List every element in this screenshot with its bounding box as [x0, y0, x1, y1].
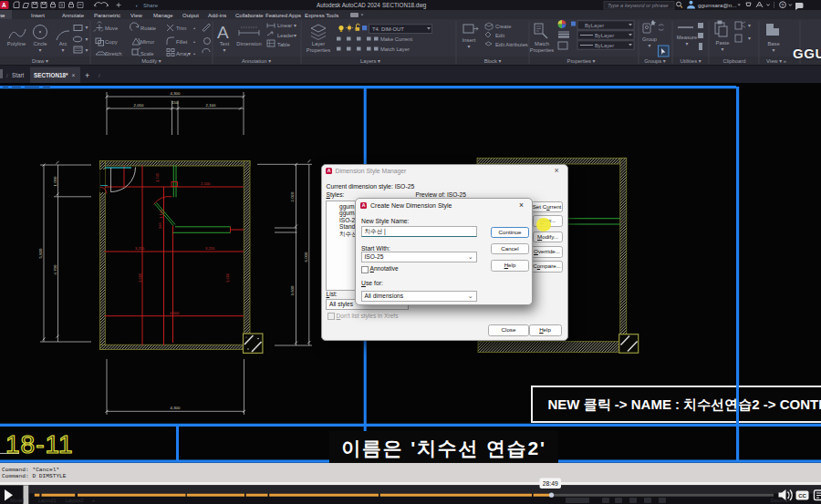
svg-text:▾: ▾ — [748, 36, 751, 41]
svg-text:Fillet: Fillet — [176, 39, 188, 45]
svg-text:SECTION18.dwg: SECTION18.dwg — [382, 2, 427, 9]
svg-text:Array: Array — [176, 51, 189, 57]
svg-text:▾: ▾ — [748, 23, 751, 28]
svg-text:5,800: 5,800 — [38, 248, 43, 258]
svg-text:▾: ▾ — [294, 23, 296, 28]
svg-text:Type a keyword or phrase: Type a keyword or phrase — [608, 3, 669, 8]
svg-text:Parametric: Parametric — [94, 13, 120, 18]
svg-text:Base: Base — [767, 41, 779, 46]
svg-text:▾: ▾ — [188, 51, 191, 57]
svg-text:3,255: 3,255 — [205, 246, 215, 251]
svg-text:Linear: Linear — [277, 23, 292, 28]
svg-text:Autodesk AutoCAD 2024: Autodesk AutoCAD 2024 — [317, 2, 380, 8]
svg-text:2,100: 2,100 — [206, 103, 216, 108]
svg-text:•: • — [193, 26, 195, 31]
svg-text:Manage: Manage — [153, 13, 173, 18]
svg-text:Groups ▾: Groups ▾ — [644, 58, 666, 64]
svg-text:ByLayer: ByLayer — [595, 33, 614, 38]
svg-text:Insert: Insert — [31, 13, 45, 18]
svg-text:Make Current: Make Current — [380, 36, 413, 42]
svg-text:Modify ▾: Modify ▾ — [141, 58, 161, 64]
svg-text:?: ? — [781, 3, 784, 8]
svg-text:2,020: 2,020 — [290, 191, 295, 201]
svg-text:Annotate: Annotate — [62, 13, 85, 18]
svg-text:Block ▾: Block ▾ — [484, 58, 502, 64]
svg-text:Decimal: Decimal — [771, 498, 789, 503]
svg-text:▾: ▾ — [86, 36, 88, 42]
svg-text:1,000: 1,000 — [53, 176, 57, 186]
svg-text:3,255: 3,255 — [135, 246, 145, 251]
svg-text:T4. DIM-OUT: T4. DIM-OUT — [372, 26, 404, 32]
svg-text:•: • — [193, 39, 195, 45]
svg-text:4,300: 4,300 — [171, 91, 181, 96]
svg-text:me: me — [0, 13, 5, 18]
svg-text:View ▾ »: View ▾ » — [766, 58, 786, 64]
svg-text:2,100: 2,100 — [201, 181, 211, 186]
svg-text:4,500: 4,500 — [170, 311, 180, 315]
svg-text:Measure: Measure — [677, 35, 698, 40]
svg-text:▾: ▾ — [39, 47, 42, 53]
svg-text:Utilities ▾: Utilities ▾ — [680, 58, 701, 64]
svg-text:Insert: Insert — [462, 37, 476, 43]
svg-text:▾: ▾ — [86, 47, 88, 53]
svg-text:Layers ▾: Layers ▾ — [360, 58, 380, 64]
svg-text:18-11: 18-11 — [5, 430, 74, 458]
svg-text:Add-ins: Add-ins — [208, 13, 226, 18]
svg-text:ByLayer: ByLayer — [585, 23, 604, 28]
svg-text:▾: ▾ — [686, 41, 689, 46]
svg-text:Trim: Trim — [176, 26, 187, 31]
svg-text:Paste: Paste — [716, 40, 730, 46]
svg-text:3,600: 3,600 — [290, 285, 295, 295]
svg-text:Clipboard: Clipboard — [723, 58, 746, 64]
svg-text:28:49: 28:49 — [543, 480, 558, 487]
svg-text:A: A — [217, 23, 229, 42]
svg-text:Start: Start — [12, 72, 25, 78]
svg-text:Arc: Arc — [59, 41, 68, 46]
svg-text:×: × — [72, 72, 76, 78]
svg-text:Mirror: Mirror — [140, 39, 154, 45]
svg-text:Draw ▾: Draw ▾ — [32, 58, 48, 64]
svg-text:+: + — [92, 498, 95, 503]
svg-text:4,700: 4,700 — [53, 264, 57, 274]
svg-text:▾: ▾ — [62, 47, 65, 53]
svg-text:Text: Text — [220, 41, 230, 46]
svg-text:Share: Share — [143, 3, 159, 8]
svg-text:▾: ▾ — [294, 33, 296, 38]
svg-text:Properties: Properties — [530, 47, 555, 53]
svg-text:Layout1: Layout1 — [38, 498, 57, 503]
svg-text:Create: Create — [495, 24, 511, 29]
svg-text:▾: ▾ — [86, 25, 88, 30]
svg-text:Layer: Layer — [312, 41, 326, 46]
svg-text:Match: Match — [535, 41, 549, 46]
svg-text:Layout2: Layout2 — [66, 498, 84, 503]
svg-text:Group: Group — [642, 36, 657, 42]
svg-text:150: 150 — [171, 100, 179, 105]
svg-text:Scale: Scale — [140, 51, 154, 57]
svg-text:Match Layer: Match Layer — [380, 46, 410, 52]
svg-text:Circle: Circle — [34, 41, 47, 46]
svg-text:6,000: 6,000 — [304, 252, 308, 262]
svg-text:CC: CC — [798, 493, 806, 499]
svg-text:4,300: 4,300 — [171, 406, 181, 410]
svg-text:▾: ▾ — [468, 44, 471, 49]
svg-text:View: View — [130, 13, 143, 18]
svg-text:A: A — [2, 2, 6, 8]
svg-text:Command: *Cancel*: Command: *Cancel* — [2, 467, 59, 473]
svg-text:ByLayer: ByLayer — [595, 43, 614, 48]
svg-text:240: 240 — [158, 221, 162, 229]
svg-text:Rotate: Rotate — [140, 26, 156, 31]
svg-text:Stretch: Stretch — [105, 51, 121, 57]
svg-text:SECTION18*: SECTION18* — [34, 72, 68, 78]
svg-text:Properties: Properties — [307, 47, 331, 53]
svg-text:Move: Move — [105, 26, 118, 31]
svg-text:Model: Model — [10, 498, 24, 503]
svg-text:▾: ▾ — [773, 47, 775, 53]
svg-text:▾: ▾ — [722, 46, 724, 52]
svg-text:3,600: 3,600 — [138, 273, 142, 283]
svg-text:Copy: Copy — [105, 39, 118, 45]
svg-text:Annotation ▾: Annotation ▾ — [242, 58, 271, 64]
svg-text:1,745: 1,745 — [155, 172, 160, 182]
svg-text:Table: Table — [277, 42, 290, 47]
svg-text:Leader: Leader — [277, 33, 294, 38]
svg-text:Dimension: Dimension — [236, 41, 261, 46]
